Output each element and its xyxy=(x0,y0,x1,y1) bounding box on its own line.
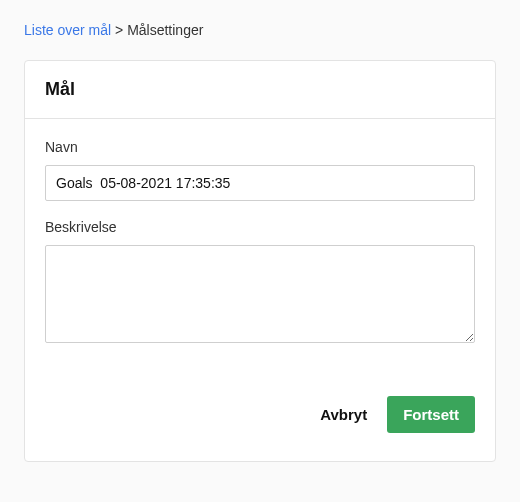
card-title: Mål xyxy=(45,79,475,100)
form-group-name: Navn xyxy=(45,139,475,201)
card-body: Navn Beskrivelse xyxy=(25,119,495,374)
goal-form-card: Mål Navn Beskrivelse Avbryt Fortsett xyxy=(24,60,496,462)
card-footer: Avbryt Fortsett xyxy=(25,374,495,461)
breadcrumb-current: Målsettinger xyxy=(127,22,203,38)
description-label: Beskrivelse xyxy=(45,219,475,235)
cancel-button[interactable]: Avbryt xyxy=(316,398,371,431)
breadcrumb-separator: > xyxy=(115,22,123,38)
name-input[interactable] xyxy=(45,165,475,201)
description-textarea[interactable] xyxy=(45,245,475,343)
breadcrumb-link-list[interactable]: Liste over mål xyxy=(24,22,111,38)
name-label: Navn xyxy=(45,139,475,155)
breadcrumb: Liste over mål > Målsettinger xyxy=(24,22,496,38)
card-header: Mål xyxy=(25,61,495,119)
continue-button[interactable]: Fortsett xyxy=(387,396,475,433)
form-group-description: Beskrivelse xyxy=(45,219,475,346)
